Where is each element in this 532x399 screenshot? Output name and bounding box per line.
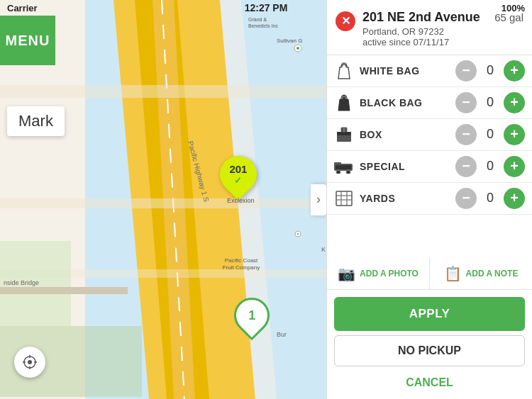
box-minus[interactable]: − (455, 124, 477, 145)
cancel-button[interactable]: CANCEL (327, 371, 532, 395)
white-bag-plus[interactable]: + (504, 60, 525, 82)
pin-1-label: 1 (248, 308, 255, 323)
yards-plus[interactable]: + (504, 188, 525, 209)
action-row: 📷 ADD A PHOTO 📋 ADD A NOTE (327, 258, 532, 290)
box-plus[interactable]: + (504, 124, 525, 145)
svg-text:Benedicts Inc: Benedicts Inc (248, 23, 279, 28)
black-bag-minus[interactable]: − (455, 92, 477, 113)
box-label: BOX (360, 129, 450, 140)
black-bag-row: BLACK BAG − 0 + (327, 87, 532, 119)
svg-text:Pacific Coast: Pacific Coast (225, 257, 258, 264)
mark-label: Mark (7, 106, 65, 136)
menu-button[interactable]: MENU (0, 16, 55, 65)
box-icon (334, 125, 354, 145)
yards-minus[interactable]: − (455, 188, 477, 209)
no-pickup-button[interactable]: NO PICKUP (334, 335, 525, 366)
pin-201-label: 201 (229, 164, 247, 176)
camera-icon: 📷 (338, 265, 355, 282)
map-view[interactable]: Pacific Highway 1 S nside Bridge Pacific… (0, 0, 326, 399)
exclexion-label: Exclexion (227, 197, 255, 204)
expand-arrow[interactable]: › (311, 184, 326, 215)
black-bag-count: 0 (482, 95, 498, 110)
yards-label: YARDS (360, 193, 450, 204)
svg-rect-37 (336, 165, 351, 169)
black-bag-icon (334, 93, 354, 113)
special-icon (334, 157, 354, 176)
svg-text:K: K (321, 246, 326, 253)
special-label: SPECIAL (360, 161, 450, 172)
svg-point-23 (297, 233, 299, 235)
white-bag-row: WHITE BAG − 0 + (327, 55, 532, 87)
svg-rect-33 (337, 132, 351, 135)
add-note-button[interactable]: 📋 ADD A NOTE (430, 258, 532, 289)
box-row: BOX − 0 + (327, 119, 532, 151)
svg-text:Fruit Company: Fruit Company (223, 264, 260, 271)
special-row: SPECIAL − 0 + (327, 151, 532, 183)
add-photo-label: ADD A PHOTO (360, 269, 419, 279)
close-button[interactable]: ✕ (336, 11, 355, 31)
apply-button[interactable]: APPLY (334, 297, 525, 331)
svg-text:Grand &: Grand & (248, 17, 267, 22)
svg-rect-7 (0, 85, 326, 98)
white-bag-minus[interactable]: − (455, 60, 477, 82)
special-minus[interactable]: − (455, 156, 477, 177)
pin-201-check: ✓ (229, 175, 247, 185)
address-line1: 201 NE 2nd Avenue (362, 10, 487, 26)
svg-text:Bur: Bur (277, 331, 287, 338)
svg-rect-8 (0, 198, 326, 208)
special-plus[interactable]: + (504, 156, 525, 177)
panel-header: ✕ 201 NE 2nd Avenue Portland, OR 97232 a… (327, 0, 532, 55)
white-bag-icon (334, 61, 354, 81)
white-bag-label: WHITE BAG (360, 65, 450, 77)
black-bag-plus[interactable]: + (504, 92, 525, 113)
add-photo-button[interactable]: 📷 ADD A PHOTO (327, 258, 430, 289)
note-icon: 📋 (444, 265, 462, 282)
svg-point-27 (28, 360, 32, 364)
yards-icon (334, 189, 354, 208)
special-count: 0 (482, 159, 498, 174)
map-pin-1[interactable]: 1 (234, 298, 270, 333)
svg-point-39 (336, 170, 340, 174)
address-block: 201 NE 2nd Avenue Portland, OR 97232 act… (362, 10, 487, 47)
items-list: WHITE BAG − 0 + BLACK BAG − 0 + (327, 55, 532, 258)
svg-text:Sullivan G: Sullivan G (277, 38, 302, 44)
svg-point-40 (346, 170, 350, 174)
svg-rect-13 (0, 287, 128, 294)
svg-text:nside Bridge: nside Bridge (4, 279, 39, 286)
address-line3: active since 07/11/17 (362, 37, 487, 47)
white-bag-count: 0 (482, 63, 498, 78)
map-pin-201[interactable]: 201 ✓ (220, 156, 257, 193)
address-line2: Portland, OR 97232 (362, 26, 487, 37)
svg-point-21 (297, 47, 299, 50)
detail-panel: ✕ 201 NE 2nd Avenue Portland, OR 97232 a… (326, 0, 532, 399)
box-count: 0 (482, 127, 498, 142)
gal-label: 65 gal (494, 11, 523, 23)
yards-count: 0 (482, 191, 498, 206)
add-note-label: ADD A NOTE (466, 269, 519, 279)
black-bag-label: BLACK BAG (360, 97, 450, 108)
svg-rect-38 (334, 162, 341, 165)
svg-rect-41 (336, 191, 352, 206)
yards-row: YARDS − 0 + (327, 183, 532, 215)
location-button[interactable] (14, 347, 45, 378)
